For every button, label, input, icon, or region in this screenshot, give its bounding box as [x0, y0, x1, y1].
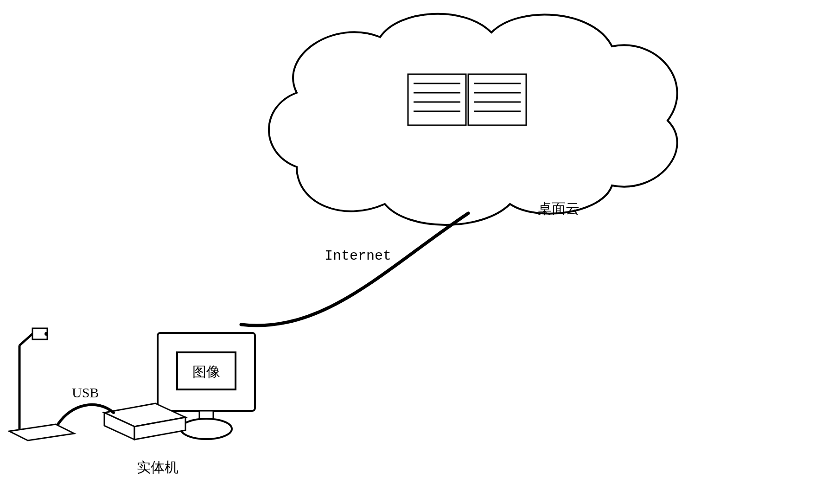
usb-link-svg [0, 0, 822, 504]
physical-machine-label: 实体机 [137, 458, 178, 477]
internet-label: Internet [325, 248, 391, 264]
cloud-label: 桌面云 [538, 199, 580, 218]
image-box-label: 图像 [192, 363, 220, 382]
diagram-canvas: 桌面云 Internet USB 实体机 图像 [0, 0, 822, 504]
usb-link [58, 405, 114, 424]
usb-label: USB [72, 385, 99, 401]
